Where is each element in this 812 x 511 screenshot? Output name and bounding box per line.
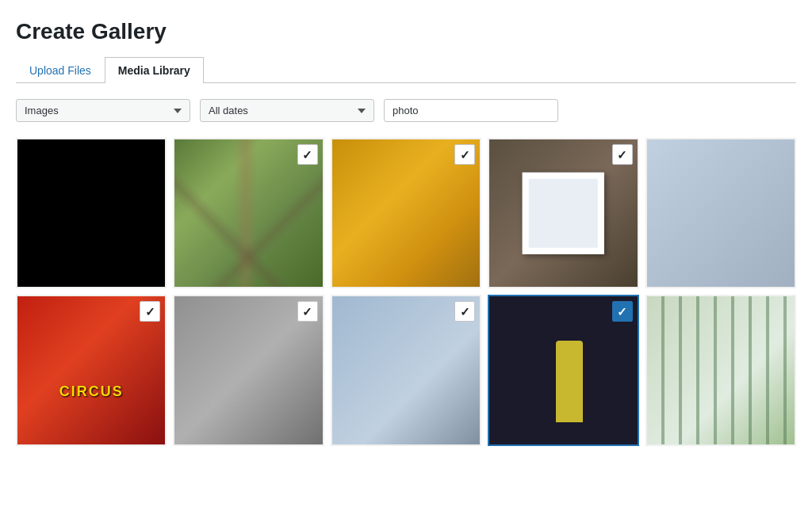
gallery-item-4[interactable]: ✓ xyxy=(488,138,638,288)
gallery-item-6[interactable]: CIRCUS ✓ xyxy=(16,295,167,445)
page-title: Create Gallery xyxy=(16,19,796,44)
gallery-item-3[interactable]: ✓ xyxy=(331,138,481,288)
filters-bar: ImagesAudioVideo All datesJanuary 2024Fe… xyxy=(16,99,796,122)
checkmark-icon-9: ✓ xyxy=(617,306,627,318)
tab-media-library[interactable]: Media Library xyxy=(105,57,204,83)
check-badge-2: ✓ xyxy=(297,144,318,165)
type-filter[interactable]: ImagesAudioVideo xyxy=(16,99,190,122)
gallery-item-5[interactable] xyxy=(645,138,796,288)
check-badge-7: ✓ xyxy=(297,301,318,322)
gallery-grid: ✓ ✓ ✓ CIRCUS ✓ ✓ xyxy=(16,138,796,446)
gallery-item-9[interactable]: ✓ xyxy=(488,295,638,445)
gallery-item-1[interactable] xyxy=(16,138,167,288)
circus-text: CIRCUS xyxy=(59,383,124,400)
date-filter[interactable]: All datesJanuary 2024February 2024 xyxy=(200,99,374,122)
gallery-item-8[interactable]: ✓ xyxy=(331,295,481,445)
check-badge-9: ✓ xyxy=(612,301,633,322)
check-badge-6: ✓ xyxy=(140,301,160,322)
search-input[interactable] xyxy=(384,99,558,122)
checkmark-icon-6: ✓ xyxy=(145,306,155,318)
checkmark-icon-8: ✓ xyxy=(460,306,470,318)
checkmark-icon-3: ✓ xyxy=(460,149,470,161)
gallery-item-7[interactable]: ✓ xyxy=(173,295,324,445)
checkmark-icon-2: ✓ xyxy=(302,149,312,161)
check-badge-4: ✓ xyxy=(612,144,633,165)
checkmark-icon-7: ✓ xyxy=(302,306,312,318)
check-badge-8: ✓ xyxy=(454,301,475,322)
gallery-item-2[interactable]: ✓ xyxy=(173,138,324,288)
gallery-item-10[interactable] xyxy=(645,295,796,445)
check-badge-3: ✓ xyxy=(454,144,475,165)
checkmark-icon-4: ✓ xyxy=(617,149,627,161)
tab-bar: Upload Files Media Library xyxy=(16,57,796,83)
tab-upload[interactable]: Upload Files xyxy=(16,57,105,83)
